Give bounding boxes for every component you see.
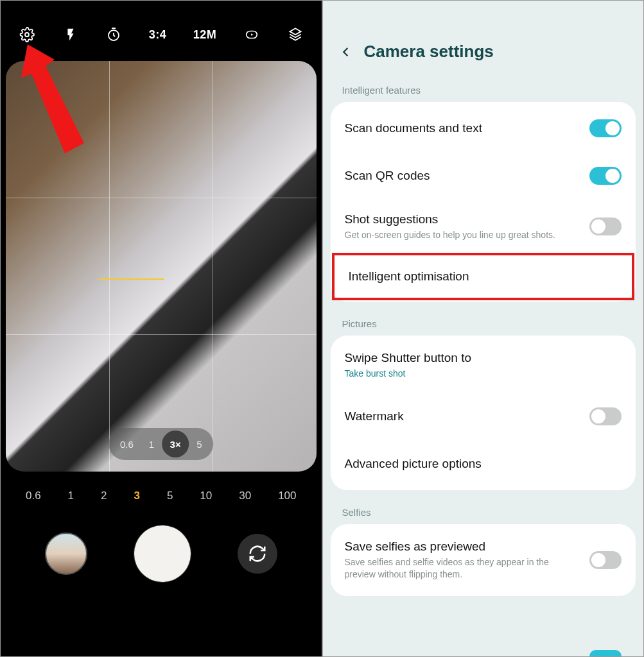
card-intelligent-features: Scan documents and text Scan QR codes Sh… xyxy=(331,102,636,302)
zoom-scale-step[interactable]: 10 xyxy=(200,490,212,502)
zoom-scale-step[interactable]: 5 xyxy=(167,490,173,502)
row-title: Save selfies as previewed xyxy=(345,540,582,554)
grid-line xyxy=(213,61,213,472)
toggle-scan-documents[interactable] xyxy=(589,119,622,137)
resolution-button[interactable]: 12M xyxy=(193,28,217,42)
aspect-ratio-button[interactable]: 3:4 xyxy=(149,28,167,42)
row-save-selfies-previewed[interactable]: Save selfies as previewed Save selfies a… xyxy=(331,527,636,593)
timer-icon[interactable] xyxy=(105,26,122,43)
shutter-button[interactable] xyxy=(134,525,191,582)
row-title: Scan QR codes xyxy=(345,169,582,183)
row-scan-documents[interactable]: Scan documents and text xyxy=(331,105,636,152)
row-intelligent-optimisation[interactable]: Intelligent optimisation xyxy=(332,253,635,300)
svg-point-0 xyxy=(25,33,29,37)
camera-top-toolbar: 3:4 12M xyxy=(1,1,322,56)
level-indicator xyxy=(99,278,207,280)
switch-camera-button[interactable] xyxy=(238,534,277,574)
zoom-scale-bar[interactable]: 0.6 1 2 3 5 10 30 100 xyxy=(1,472,322,511)
camera-settings-screen: Camera settings Intelligent features Sca… xyxy=(322,0,645,657)
row-title: Swipe Shutter button to xyxy=(345,351,614,365)
row-scan-qr[interactable]: Scan QR codes xyxy=(331,152,636,200)
zoom-option[interactable]: 0.6 xyxy=(112,432,141,456)
zoom-selector-pill[interactable]: 0.6 1 3× 5 xyxy=(109,428,214,460)
toggle-watermark[interactable] xyxy=(589,407,622,425)
section-label-selfies: Selfies xyxy=(323,499,644,524)
grid-line xyxy=(6,334,317,335)
row-title: Shot suggestions xyxy=(345,212,582,226)
grid-line xyxy=(6,198,317,198)
row-shot-suggestions[interactable]: Shot suggestions Get on-screen guides to… xyxy=(331,200,636,254)
zoom-option[interactable]: 5 xyxy=(189,432,209,456)
zoom-scale-step[interactable]: 1 xyxy=(68,490,74,502)
page-title: Camera settings xyxy=(364,42,494,62)
row-swipe-shutter[interactable]: Swipe Shutter button to Take burst shot xyxy=(331,338,636,393)
zoom-scale-step[interactable]: 0.6 xyxy=(26,490,41,502)
row-watermark[interactable]: Watermark xyxy=(331,393,636,440)
row-subtitle: Get on-screen guides to help you line up… xyxy=(345,229,582,241)
svg-marker-3 xyxy=(251,33,253,36)
motion-photo-icon[interactable] xyxy=(243,26,260,43)
toggle-shot-suggestions[interactable] xyxy=(589,218,622,235)
zoom-scale-step[interactable]: 30 xyxy=(239,490,251,502)
flash-icon[interactable] xyxy=(62,26,79,43)
zoom-scale-step-active[interactable]: 3 xyxy=(134,490,139,502)
row-title: Intelligent optimisation xyxy=(349,269,611,284)
card-selfies: Save selfies as previewed Save selfies a… xyxy=(331,524,636,596)
gear-icon[interactable] xyxy=(19,26,35,43)
section-label-intelligent: Intelligent features xyxy=(323,77,644,102)
filters-icon[interactable] xyxy=(287,26,304,43)
zoom-option-active[interactable]: 3× xyxy=(162,431,189,457)
toggle-save-selfies-previewed[interactable] xyxy=(589,551,622,569)
row-title: Advanced picture options xyxy=(345,457,614,471)
switch-camera-icon xyxy=(248,544,267,563)
chevron-left-icon xyxy=(338,45,352,59)
zoom-scale-step[interactable]: 100 xyxy=(278,490,296,502)
row-subtitle: Save selfies and selfie videos as they a… xyxy=(345,556,582,581)
camera-bottom-bar xyxy=(1,511,322,608)
row-subtitle: Take burst shot xyxy=(345,368,614,380)
partial-toggle-peek xyxy=(589,650,622,656)
row-title: Scan documents and text xyxy=(345,121,582,135)
gallery-thumbnail[interactable] xyxy=(45,533,87,575)
grid-line xyxy=(109,61,110,472)
card-pictures: Swipe Shutter button to Take burst shot … xyxy=(331,336,636,490)
zoom-scale-step[interactable]: 2 xyxy=(101,490,107,502)
back-button[interactable] xyxy=(338,45,352,59)
row-advanced-picture-options[interactable]: Advanced picture options xyxy=(331,440,636,488)
toggle-scan-qr[interactable] xyxy=(589,167,622,185)
zoom-option[interactable]: 1 xyxy=(141,432,162,456)
camera-viewfinder[interactable]: 0.6 1 3× 5 xyxy=(6,61,317,472)
camera-app: 3:4 12M 0.6 1 3× 5 xyxy=(0,0,322,657)
section-label-pictures: Pictures xyxy=(323,311,644,336)
settings-header: Camera settings xyxy=(323,1,644,77)
row-title: Watermark xyxy=(345,409,582,423)
